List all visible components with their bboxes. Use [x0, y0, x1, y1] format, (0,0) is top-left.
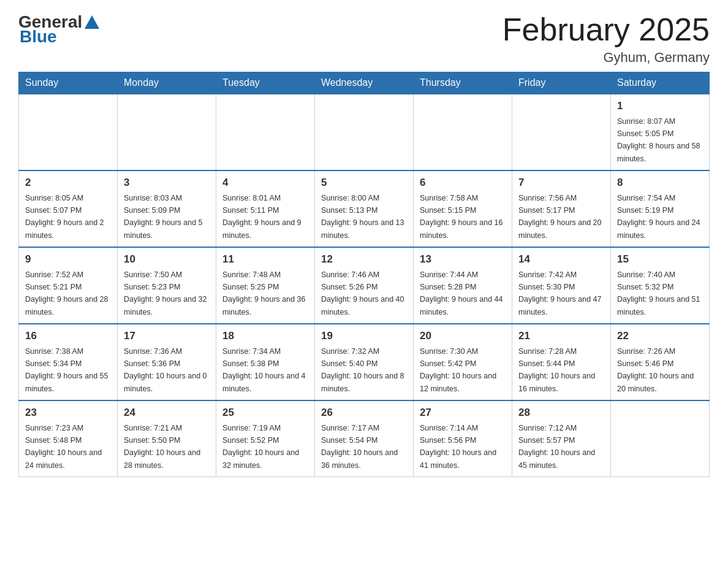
calendar-cell: 26Sunrise: 7:17 AMSunset: 5:54 PMDayligh… [315, 400, 414, 477]
day-info: Sunrise: 7:34 AMSunset: 5:38 PMDaylight:… [222, 347, 306, 393]
day-info: Sunrise: 7:30 AMSunset: 5:42 PMDaylight:… [420, 347, 496, 393]
day-number: 10 [124, 251, 210, 267]
day-number: 28 [518, 405, 604, 421]
day-number: 27 [420, 405, 506, 421]
day-info: Sunrise: 7:50 AMSunset: 5:23 PMDaylight:… [124, 270, 207, 316]
day-info: Sunrise: 7:14 AMSunset: 5:56 PMDaylight:… [420, 424, 496, 470]
weekday-header-sunday: Sunday [19, 72, 118, 94]
day-info: Sunrise: 7:28 AMSunset: 5:44 PMDaylight:… [518, 347, 595, 393]
calendar-cell: 9Sunrise: 7:52 AMSunset: 5:21 PMDaylight… [19, 247, 118, 324]
calendar-cell: 12Sunrise: 7:46 AMSunset: 5:26 PMDayligh… [315, 247, 414, 324]
logo-text-blue: Blue [20, 27, 102, 47]
day-info: Sunrise: 7:23 AMSunset: 5:48 PMDaylight:… [25, 424, 102, 470]
day-info: Sunrise: 7:32 AMSunset: 5:40 PMDaylight:… [321, 347, 404, 393]
day-number: 16 [25, 328, 111, 344]
weekday-header-thursday: Thursday [414, 72, 512, 94]
calendar-cell: 11Sunrise: 7:48 AMSunset: 5:25 PMDayligh… [216, 247, 315, 324]
day-info: Sunrise: 8:00 AMSunset: 5:13 PMDaylight:… [321, 194, 404, 240]
day-info: Sunrise: 7:12 AMSunset: 5:57 PMDaylight:… [518, 424, 595, 470]
calendar-cell: 15Sunrise: 7:40 AMSunset: 5:32 PMDayligh… [611, 247, 710, 324]
day-info: Sunrise: 7:40 AMSunset: 5:32 PMDaylight:… [617, 270, 700, 316]
calendar-cell: 2Sunrise: 8:05 AMSunset: 5:07 PMDaylight… [19, 170, 118, 247]
weekday-header-saturday: Saturday [611, 72, 710, 94]
day-number: 8 [617, 175, 703, 191]
calendar-cell: 23Sunrise: 7:23 AMSunset: 5:48 PMDayligh… [19, 400, 118, 477]
day-info: Sunrise: 7:56 AMSunset: 5:17 PMDaylight:… [518, 194, 602, 240]
day-number: 19 [321, 328, 407, 344]
day-info: Sunrise: 7:36 AMSunset: 5:36 PMDaylight:… [124, 347, 207, 393]
day-number: 24 [124, 405, 210, 421]
day-number: 14 [518, 251, 604, 267]
weekday-header-monday: Monday [118, 72, 216, 94]
day-info: Sunrise: 7:19 AMSunset: 5:52 PMDaylight:… [222, 424, 299, 470]
day-info: Sunrise: 7:17 AMSunset: 5:54 PMDaylight:… [321, 424, 398, 470]
week-row-2: 2Sunrise: 8:05 AMSunset: 5:07 PMDaylight… [19, 170, 710, 247]
logo: General Blue [18, 12, 102, 47]
calendar-cell: 1Sunrise: 8:07 AMSunset: 5:05 PMDaylight… [611, 94, 710, 170]
calendar-cell: 24Sunrise: 7:21 AMSunset: 5:50 PMDayligh… [118, 400, 216, 477]
day-info: Sunrise: 8:05 AMSunset: 5:07 PMDaylight:… [25, 194, 104, 240]
calendar-cell [118, 94, 216, 170]
day-info: Sunrise: 7:26 AMSunset: 5:46 PMDaylight:… [617, 347, 694, 393]
calendar-title: February 2025 [502, 12, 710, 47]
calendar-cell: 28Sunrise: 7:12 AMSunset: 5:57 PMDayligh… [512, 400, 611, 477]
day-number: 2 [25, 175, 111, 191]
calendar-cell: 17Sunrise: 7:36 AMSunset: 5:36 PMDayligh… [118, 324, 216, 400]
calendar-cell [414, 94, 512, 170]
calendar-cell: 7Sunrise: 7:56 AMSunset: 5:17 PMDaylight… [512, 170, 611, 247]
day-info: Sunrise: 7:21 AMSunset: 5:50 PMDaylight:… [124, 424, 200, 470]
day-number: 5 [321, 175, 407, 191]
calendar-cell: 13Sunrise: 7:44 AMSunset: 5:28 PMDayligh… [414, 247, 512, 324]
calendar-subtitle: Gyhum, Germany [502, 50, 710, 66]
day-number: 25 [222, 405, 308, 421]
day-number: 11 [222, 251, 308, 267]
calendar-cell: 5Sunrise: 8:00 AMSunset: 5:13 PMDaylight… [315, 170, 414, 247]
calendar-cell: 25Sunrise: 7:19 AMSunset: 5:52 PMDayligh… [216, 400, 315, 477]
calendar-cell: 27Sunrise: 7:14 AMSunset: 5:56 PMDayligh… [414, 400, 512, 477]
weekday-header-row: SundayMondayTuesdayWednesdayThursdayFrid… [19, 72, 710, 94]
day-number: 17 [124, 328, 210, 344]
calendar-cell: 3Sunrise: 8:03 AMSunset: 5:09 PMDaylight… [118, 170, 216, 247]
week-row-1: 1Sunrise: 8:07 AMSunset: 5:05 PMDaylight… [19, 94, 710, 170]
page-header: General Blue February 2025 Gyhum, German… [18, 12, 710, 66]
calendar-cell: 18Sunrise: 7:34 AMSunset: 5:38 PMDayligh… [216, 324, 315, 400]
calendar-cell [216, 94, 315, 170]
day-number: 22 [617, 328, 703, 344]
calendar-cell: 20Sunrise: 7:30 AMSunset: 5:42 PMDayligh… [414, 324, 512, 400]
calendar-cell: 4Sunrise: 8:01 AMSunset: 5:11 PMDaylight… [216, 170, 315, 247]
day-number: 21 [518, 328, 604, 344]
weekday-header-friday: Friday [512, 72, 611, 94]
title-block: February 2025 Gyhum, Germany [502, 12, 710, 66]
day-number: 1 [617, 98, 703, 114]
day-info: Sunrise: 7:52 AMSunset: 5:21 PMDaylight:… [25, 270, 108, 316]
calendar-cell [315, 94, 414, 170]
calendar-cell: 19Sunrise: 7:32 AMSunset: 5:40 PMDayligh… [315, 324, 414, 400]
day-info: Sunrise: 7:38 AMSunset: 5:34 PMDaylight:… [25, 347, 108, 393]
calendar-cell: 21Sunrise: 7:28 AMSunset: 5:44 PMDayligh… [512, 324, 611, 400]
calendar-cell: 8Sunrise: 7:54 AMSunset: 5:19 PMDaylight… [611, 170, 710, 247]
week-row-3: 9Sunrise: 7:52 AMSunset: 5:21 PMDaylight… [19, 247, 710, 324]
calendar-cell: 14Sunrise: 7:42 AMSunset: 5:30 PMDayligh… [512, 247, 611, 324]
day-info: Sunrise: 7:48 AMSunset: 5:25 PMDaylight:… [222, 270, 306, 316]
day-number: 18 [222, 328, 308, 344]
calendar-table: SundayMondayTuesdayWednesdayThursdayFrid… [18, 72, 710, 477]
day-info: Sunrise: 8:03 AMSunset: 5:09 PMDaylight:… [124, 194, 203, 240]
day-info: Sunrise: 8:01 AMSunset: 5:11 PMDaylight:… [222, 194, 301, 240]
day-number: 23 [25, 405, 111, 421]
calendar-cell: 10Sunrise: 7:50 AMSunset: 5:23 PMDayligh… [118, 247, 216, 324]
day-number: 4 [222, 175, 308, 191]
day-number: 7 [518, 175, 604, 191]
day-number: 26 [321, 405, 407, 421]
day-info: Sunrise: 7:42 AMSunset: 5:30 PMDaylight:… [518, 270, 602, 316]
day-number: 9 [25, 251, 111, 267]
calendar-cell: 22Sunrise: 7:26 AMSunset: 5:46 PMDayligh… [611, 324, 710, 400]
day-number: 12 [321, 251, 407, 267]
day-info: Sunrise: 7:46 AMSunset: 5:26 PMDaylight:… [321, 270, 404, 316]
calendar-cell [19, 94, 118, 170]
calendar-cell: 6Sunrise: 7:58 AMSunset: 5:15 PMDaylight… [414, 170, 512, 247]
week-row-5: 23Sunrise: 7:23 AMSunset: 5:48 PMDayligh… [19, 400, 710, 477]
day-info: Sunrise: 7:58 AMSunset: 5:15 PMDaylight:… [420, 194, 503, 240]
day-number: 3 [124, 175, 210, 191]
calendar-cell: 16Sunrise: 7:38 AMSunset: 5:34 PMDayligh… [19, 324, 118, 400]
day-number: 6 [420, 175, 506, 191]
